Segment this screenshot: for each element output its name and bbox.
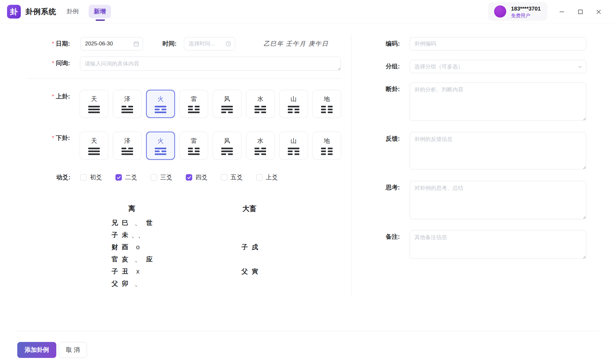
moving-line-checkbox-初爻[interactable]: 初爻 <box>80 173 115 182</box>
lower-trigram-option-7[interactable]: 地 <box>312 132 341 160</box>
line-branch: 巳 <box>121 219 129 227</box>
lower-trigram-selector: 天泽火雷风水山地 <box>80 132 341 160</box>
section-divider <box>26 78 341 79</box>
changed-hexagram-title: 大畜 <box>238 204 261 213</box>
checkbox-unchecked-icon <box>80 174 87 181</box>
trigram-name: 火 <box>158 137 164 145</box>
notes-label: 备注: <box>386 230 400 244</box>
upper-trigram-option-0[interactable]: 天 <box>80 90 108 118</box>
header-bar: 卦 卦例系统 卦例 新增 183****3701 免费用户 <box>0 0 614 23</box>
trigram-name: 泽 <box>124 137 130 145</box>
minimize-icon <box>559 9 565 15</box>
moving-line-checkbox-上爻[interactable]: 上爻 <box>256 173 291 182</box>
line-relation: 父 <box>111 279 119 288</box>
moving-line-checkbox-三爻[interactable]: 三爻 <box>151 173 186 182</box>
lower-trigram-option-2[interactable]: 火 <box>146 132 175 160</box>
thinking-label: 思考: <box>386 181 400 194</box>
window-maximize-button[interactable] <box>576 7 585 17</box>
changed-hexagram-lines: 子戌父寅 <box>240 217 259 290</box>
checkbox-unchecked-icon <box>151 174 157 181</box>
user-avatar <box>494 5 506 18</box>
upper-trigram-option-6[interactable]: 山 <box>279 90 308 118</box>
feedback-textarea[interactable] <box>410 132 586 169</box>
upper-trigram-option-3[interactable]: 雷 <box>179 90 208 118</box>
trigram-name: 风 <box>224 137 230 145</box>
line-relation: 父 <box>240 267 249 276</box>
inquiry-textarea[interactable] <box>80 57 341 71</box>
trigram-lines-glyph <box>288 148 299 155</box>
moving-line-checkbox-四爻[interactable]: 四爻 <box>186 173 221 182</box>
trigram-name: 风 <box>224 95 230 103</box>
hexagram-line-row: 子未、、 <box>111 229 154 241</box>
moving-line-checkbox-二爻[interactable]: 二爻 <box>115 173 151 182</box>
checkbox-label: 上爻 <box>266 173 278 182</box>
trigram-lines-glyph <box>188 106 200 113</box>
chevron-down-icon <box>578 64 583 69</box>
trigram-lines-glyph <box>255 106 266 113</box>
lower-trigram-option-1[interactable]: 泽 <box>113 132 142 160</box>
user-tier-badge: 免费用户 <box>511 13 530 19</box>
hexagram-line-row: 兄巳、世 <box>111 217 154 229</box>
checkbox-checked-icon <box>115 174 122 181</box>
main-hexagram-title: 离 <box>111 204 153 213</box>
time-label: 时间: <box>162 37 177 50</box>
tab-add-new[interactable]: 新增 <box>89 5 111 18</box>
lower-trigram-option-3[interactable]: 雷 <box>179 132 208 160</box>
window-minimize-button[interactable] <box>557 7 567 17</box>
trigram-lines-glyph <box>255 148 266 155</box>
line-symbol: 、、 <box>131 231 145 239</box>
lower-trigram-option-5[interactable]: 水 <box>246 132 275 160</box>
required-asterisk: * <box>52 135 54 142</box>
line-relation: 财 <box>111 243 119 252</box>
line-branch: 丑 <box>121 267 129 276</box>
lower-trigram-option-0[interactable]: 天 <box>80 132 108 160</box>
upper-trigram-selector: 天泽火雷风水山地 <box>80 90 341 118</box>
moving-line-checkbox-五爻[interactable]: 五爻 <box>221 173 256 182</box>
app-title: 卦例系统 <box>26 0 56 23</box>
checkbox-checked-icon <box>186 174 192 181</box>
thinking-textarea[interactable] <box>410 181 586 219</box>
panel-divider <box>351 35 351 296</box>
trigram-name: 天 <box>91 95 97 103</box>
trigram-name: 地 <box>324 137 330 145</box>
group-label: 分组: <box>386 60 400 73</box>
line-symbol: x <box>131 268 145 275</box>
judgment-textarea[interactable] <box>410 82 586 121</box>
app-logo-glyph: 卦 <box>10 7 18 17</box>
feedback-label: 反馈: <box>386 132 400 145</box>
checkbox-label: 初爻 <box>90 173 102 182</box>
line-symbol: 、 <box>131 279 145 288</box>
user-account-card[interactable]: 183****3701 免费用户 <box>488 2 547 21</box>
checkbox-label: 三爻 <box>160 173 172 182</box>
line-relation: 兄 <box>111 219 119 227</box>
upper-trigram-option-7[interactable]: 地 <box>312 90 341 118</box>
upper-trigram-option-5[interactable]: 水 <box>246 90 275 118</box>
cancel-button[interactable]: 取 消 <box>59 342 87 358</box>
group-select[interactable]: 选择分组（可多选） <box>410 60 586 73</box>
hexagram-line-row: 财酉o <box>111 241 154 253</box>
lower-trigram-option-4[interactable]: 风 <box>213 132 241 160</box>
user-phone: 183****3701 <box>511 6 541 12</box>
window-close-button[interactable] <box>594 7 603 17</box>
add-case-button[interactable]: 添加卦例 <box>17 342 56 358</box>
code-input[interactable] <box>410 37 586 50</box>
time-input[interactable] <box>184 37 235 50</box>
upper-trigram-option-2[interactable]: 火 <box>146 90 175 118</box>
trigram-name: 山 <box>291 137 297 145</box>
trigram-lines-glyph <box>288 106 299 113</box>
hexagram-line-row: 父寅 <box>240 265 259 277</box>
required-asterisk: * <box>52 40 54 47</box>
line-marker: 世 <box>145 219 154 227</box>
upper-trigram-option-4[interactable]: 风 <box>213 90 241 118</box>
tab-case-list[interactable]: 卦例 <box>67 0 79 23</box>
upper-trigram-option-1[interactable]: 泽 <box>113 90 142 118</box>
trigram-name: 泽 <box>124 95 130 103</box>
checkbox-unchecked-icon <box>256 174 263 181</box>
trigram-name: 火 <box>158 95 164 103</box>
line-symbol: 、 <box>131 255 145 264</box>
line-relation: 子 <box>111 267 119 276</box>
notes-textarea[interactable] <box>410 230 586 259</box>
date-input[interactable] <box>80 37 143 50</box>
lower-trigram-option-6[interactable]: 山 <box>279 132 308 160</box>
ganzhi-date-text: 乙巳年 壬午月 庚午日 <box>264 37 329 50</box>
